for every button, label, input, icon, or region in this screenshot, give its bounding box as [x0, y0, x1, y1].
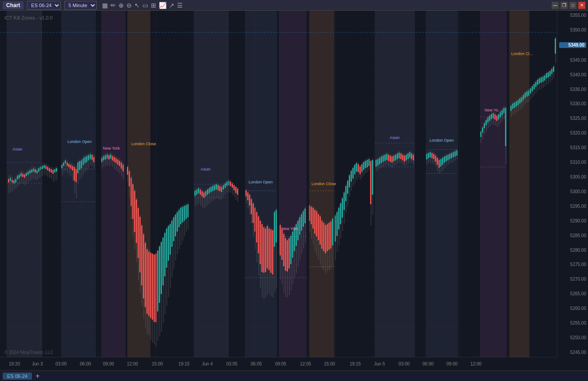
- price-5280: 5280.00: [559, 248, 586, 253]
- svg-rect-460: [399, 153, 400, 159]
- zoom-out-icon[interactable]: ⊖: [126, 2, 132, 9]
- svg-rect-280: [225, 183, 226, 188]
- svg-rect-142: [88, 155, 89, 160]
- svg-rect-422: [363, 162, 364, 170]
- svg-rect-186: [136, 199, 137, 243]
- svg-rect-84: [33, 169, 34, 172]
- svg-rect-576: [539, 78, 540, 83]
- svg-rect-358: [303, 211, 304, 227]
- svg-rect-550: [516, 101, 517, 107]
- time-1500: 15:00: [152, 361, 163, 366]
- svg-rect-268: [214, 185, 215, 190]
- grid-icon[interactable]: ⊞: [151, 2, 156, 9]
- svg-rect-326: [272, 230, 273, 275]
- svg-rect-578: [541, 78, 542, 83]
- svg-rect-306: [254, 208, 256, 232]
- svg-rect-82: [31, 170, 32, 173]
- svg-rect-294: [237, 189, 238, 195]
- svg-text:London Open: London Open: [67, 139, 91, 144]
- svg-rect-282: [226, 182, 228, 186]
- maximize-button[interactable]: □: [569, 2, 576, 9]
- svg-rect-156: [107, 155, 108, 159]
- draw-icon[interactable]: ✏: [110, 2, 116, 9]
- svg-rect-290: [233, 185, 235, 190]
- menu-icon[interactable]: ☰: [177, 2, 183, 9]
- svg-rect-480: [428, 153, 429, 159]
- arrow-icon[interactable]: ↗: [169, 2, 174, 9]
- svg-rect-62: [13, 180, 15, 183]
- svg-rect-96: [43, 165, 45, 168]
- minimize-button[interactable]: —: [552, 2, 559, 9]
- time-jun5: Jun 5: [374, 361, 385, 366]
- svg-rect-458: [397, 154, 398, 159]
- svg-rect-254: [201, 191, 203, 197]
- add-tab-button[interactable]: +: [36, 372, 39, 380]
- svg-rect-538: [501, 110, 503, 115]
- svg-rect-402: [345, 186, 347, 201]
- close-button[interactable]: ✕: [578, 2, 585, 9]
- svg-rect-278: [223, 185, 224, 190]
- svg-rect-510: [454, 151, 456, 157]
- svg-rect-184: [134, 191, 135, 232]
- price-5315: 5315.00: [559, 145, 586, 150]
- svg-rect-172: [121, 163, 122, 169]
- restore-button[interactable]: ❐: [560, 2, 568, 9]
- svg-rect-128: [75, 169, 77, 182]
- svg-rect-370: [316, 211, 317, 237]
- svg-rect-94: [42, 166, 43, 169]
- svg-rect-512: [456, 151, 458, 156]
- svg-rect-398: [342, 198, 343, 218]
- timeframe-selector[interactable]: 5 Minute: [64, 1, 97, 10]
- svg-rect-212: [159, 246, 160, 303]
- svg-rect-202: [150, 253, 151, 318]
- time-0600: 06:00: [80, 361, 91, 366]
- symbol-selector[interactable]: ES 06-24: [27, 1, 61, 10]
- svg-rect-502: [447, 155, 449, 161]
- svg-rect-580: [542, 77, 544, 82]
- svg-rect-114: [63, 163, 64, 166]
- svg-rect-532: [496, 116, 497, 121]
- svg-rect-410: [352, 168, 354, 179]
- price-5340: 5340.00: [559, 72, 586, 77]
- chart-area[interactable]: ICT Kill Zones - v1.0.0: [0, 11, 588, 370]
- svg-rect-570: [533, 84, 535, 89]
- svg-rect-158: [108, 155, 110, 159]
- svg-rect-180: [130, 178, 132, 206]
- svg-rect-336: [283, 234, 284, 266]
- svg-rect-412: [354, 165, 355, 175]
- svg-rect-216: [162, 238, 164, 286]
- svg-rect-33: [375, 11, 415, 357]
- svg-rect-218: [164, 233, 166, 276]
- svg-text:New York: New York: [281, 226, 298, 231]
- price-5265: 5265.00: [559, 291, 586, 296]
- price-5330: 5330.00: [559, 101, 586, 106]
- time-0900c: 09:00: [446, 361, 458, 366]
- svg-rect-356: [301, 214, 302, 230]
- svg-rect-168: [117, 159, 118, 165]
- chart-type-icon[interactable]: 📈: [159, 2, 166, 9]
- price-5270: 5270.00: [559, 277, 586, 282]
- svg-rect-252: [200, 190, 201, 195]
- svg-rect-76: [26, 173, 27, 176]
- svg-rect-160: [110, 155, 111, 159]
- svg-rect-272: [217, 185, 219, 190]
- chart-tab[interactable]: ES 06-24: [3, 373, 32, 380]
- svg-rect-380: [325, 225, 326, 254]
- svg-text:Asian: Asian: [201, 167, 211, 171]
- svg-rect-486: [433, 154, 434, 159]
- cursor-icon[interactable]: ↖: [134, 2, 140, 9]
- svg-rect-188: [138, 208, 139, 258]
- svg-rect-418: [359, 167, 361, 175]
- svg-rect-270: [216, 184, 217, 190]
- titlebar: Chart ES 06-24 5 Minute ▦ ✏ ⊕ ⊖ ↖ ▭ ⊞ 📈 …: [0, 0, 588, 11]
- bar-chart-icon[interactable]: ▦: [102, 2, 108, 9]
- svg-rect-496: [442, 158, 443, 165]
- price-5290: 5290.00: [559, 218, 586, 223]
- svg-rect-244: [187, 204, 189, 217]
- rect-icon[interactable]: ▭: [142, 2, 148, 9]
- svg-rect-492: [438, 160, 440, 168]
- svg-rect-298: [247, 193, 249, 201]
- zoom-in-icon[interactable]: ⊕: [118, 2, 124, 9]
- svg-rect-416: [358, 164, 359, 172]
- svg-rect-246: [194, 191, 196, 196]
